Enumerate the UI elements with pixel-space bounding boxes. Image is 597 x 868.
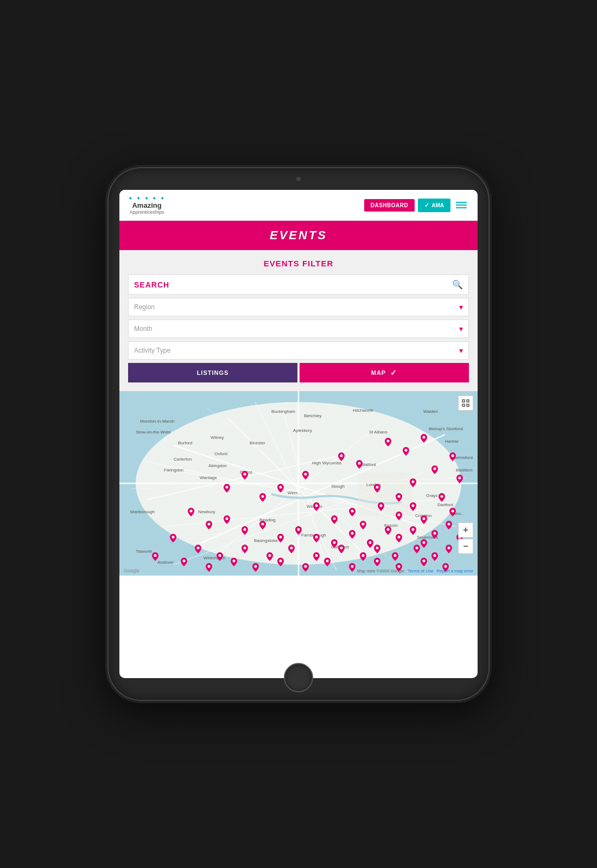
svg-text:Walden: Walden (423, 409, 438, 414)
month-chevron-icon: ▾ (459, 324, 463, 333)
screen: ✦ ✦ ✦ ✦ ✦ Amazing Apprenticeships DASHBO… (119, 190, 478, 678)
region-label: Region (134, 303, 459, 311)
svg-text:Hitchworth: Hitchworth (353, 408, 373, 413)
filter-section: EVENTS FILTER SEARCH 🔍 Region ▾ Month ▾ … (119, 250, 478, 391)
svg-text:High Wycombe: High Wycombe (312, 461, 342, 465)
logo-main-text: Amazing (132, 201, 161, 209)
activity-type-label: Activity Type (134, 347, 459, 354)
svg-text:Oxford: Oxford (214, 451, 227, 456)
region-chevron-icon: ▾ (459, 303, 463, 311)
svg-text:St Albans: St Albans (369, 430, 388, 435)
svg-text:Newbury: Newbury (198, 509, 215, 514)
svg-text:Slough: Slough (331, 484, 345, 489)
svg-text:Guildford: Guildford (331, 545, 348, 550)
svg-text:Grays: Grays (426, 493, 437, 498)
svg-text:Bletchley: Bletchley (304, 413, 321, 418)
search-box[interactable]: SEARCH 🔍 (128, 275, 469, 295)
search-label: SEARCH (134, 280, 452, 289)
hamburger-line-1 (456, 202, 467, 203)
svg-text:Marlborough: Marlborough (130, 509, 155, 514)
region-dropdown[interactable]: Region ▾ (128, 298, 469, 316)
report-error-link[interactable]: Report a map error (436, 569, 473, 573)
logo-sub-text: Apprenticeships (130, 209, 164, 215)
ama-button[interactable]: ✓ AMA (418, 199, 450, 212)
activity-chevron-icon: ▾ (459, 346, 463, 355)
events-banner: EVENTS (119, 221, 478, 250)
svg-rect-17 (358, 473, 412, 516)
tablet-device: ✦ ✦ ✦ ✦ ✦ Amazing Apprenticeships DASHBO… (109, 168, 488, 700)
hamburger-line-3 (456, 207, 467, 208)
nav-right: DASHBOARD ✓ AMA (364, 199, 469, 212)
map-button[interactable]: MAP ✓ (300, 363, 469, 382)
zoom-out-button[interactable]: − (458, 539, 473, 554)
map-area[interactable]: Stow-on-the-Wold Moreton-in-Marsh Buckin… (119, 391, 478, 576)
check-icon: ✓ (424, 202, 429, 209)
svg-text:Andover: Andover (157, 560, 174, 565)
month-dropdown[interactable]: Month ▾ (128, 320, 469, 338)
svg-rect-133 (462, 404, 465, 406)
svg-text:Moreton-in-Marsh: Moreton-in-Marsh (140, 419, 174, 424)
activity-type-dropdown[interactable]: Activity Type ▾ (128, 341, 469, 360)
svg-text:Windsor: Windsor (307, 504, 323, 509)
svg-text:Carterton: Carterton (174, 457, 192, 462)
svg-text:Burford: Burford (178, 441, 192, 445)
svg-text:Buckingham: Buckingham (271, 409, 295, 414)
svg-text:Didcot: Didcot (240, 470, 252, 475)
svg-text:Bicester: Bicester (250, 441, 265, 445)
ama-label: AMA (431, 202, 444, 208)
map-data-label: Map data ©2020 Google (357, 569, 404, 573)
svg-text:Tidworth: Tidworth (136, 549, 152, 554)
month-label: Month (134, 325, 459, 333)
svg-text:Aylesbury: Aylesbury (293, 428, 312, 433)
map-expand-button[interactable] (458, 395, 473, 411)
svg-text:Abingdon: Abingdon (208, 463, 227, 468)
svg-text:Reading: Reading (259, 518, 276, 522)
svg-text:Bishop's Stortford: Bishop's Stortford (429, 426, 463, 431)
map-check-icon: ✓ (390, 368, 397, 377)
map-attribution: Map data ©2020 Google Terms of Use Repor… (357, 569, 473, 573)
svg-text:Basingstoke: Basingstoke (254, 538, 278, 543)
map-svg: Stow-on-the-Wold Moreton-in-Marsh Buckin… (119, 391, 478, 576)
svg-text:Witney: Witney (211, 435, 224, 440)
dashboard-button[interactable]: DASHBOARD (364, 199, 415, 212)
hamburger-line-2 (456, 205, 467, 206)
svg-text:Dartford: Dartford (437, 502, 453, 507)
view-buttons: LISTINGS MAP ✓ (128, 363, 469, 382)
svg-text:Sevenoaks: Sevenoaks (417, 535, 439, 540)
search-button[interactable]: 🔍 (452, 279, 463, 290)
map-zoom-controls: + − (458, 522, 473, 554)
svg-text:Harlow: Harlow (445, 439, 459, 444)
zoom-in-button[interactable]: + (458, 522, 473, 538)
svg-text:Wantage: Wantage (200, 475, 217, 480)
svg-text:Watford: Watford (361, 462, 376, 467)
svg-text:Farnborough: Farnborough (301, 533, 326, 538)
svg-text:Faringdon: Faringdon (164, 468, 183, 473)
svg-text:Wem...: Wem... (288, 490, 301, 495)
svg-text:Chelmsford: Chelmsford (450, 455, 473, 460)
google-logo: Google (124, 568, 139, 573)
map-label: MAP (371, 369, 386, 376)
svg-text:Basildon: Basildon (456, 468, 473, 473)
svg-rect-132 (467, 400, 469, 402)
terms-of-use-link[interactable]: Terms of Use (408, 569, 433, 573)
nav-bar: ✦ ✦ ✦ ✦ ✦ Amazing Apprenticeships DASHBO… (119, 190, 478, 221)
svg-text:Stow-on-the-Wold: Stow-on-the-Wold (136, 430, 170, 435)
svg-text:Epsom: Epsom (384, 523, 398, 528)
page-title: EVENTS (127, 228, 470, 242)
svg-text:Canv...: Canv... (450, 511, 464, 516)
svg-text:London: London (366, 482, 381, 487)
hamburger-button[interactable] (454, 200, 469, 210)
logo: ✦ ✦ ✦ ✦ ✦ Amazing Apprenticeships (128, 195, 166, 215)
svg-text:Whitchurch: Whitchurch (204, 556, 225, 560)
filter-heading: EVENTS FILTER (128, 259, 469, 268)
logo-stars: ✦ ✦ ✦ ✦ ✦ (128, 195, 166, 201)
listings-button[interactable]: LISTINGS (128, 363, 297, 382)
svg-rect-134 (467, 404, 469, 406)
svg-rect-131 (462, 400, 465, 402)
svg-text:Croydon: Croydon (415, 513, 431, 518)
